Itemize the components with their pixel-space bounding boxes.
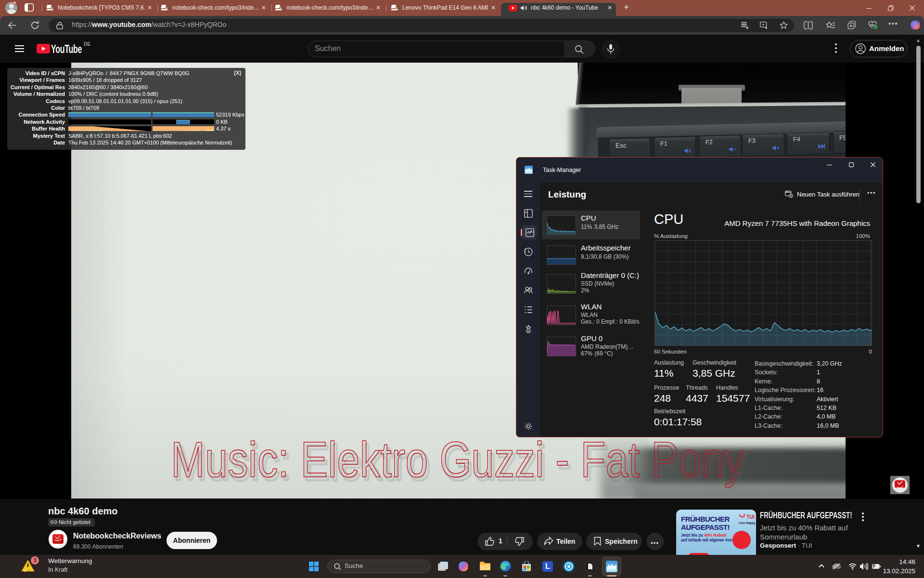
svg-text:Music: Elektro Guzzi - Fat Pon: Music: Elektro Guzzi - Fat Pony [171, 432, 744, 487]
